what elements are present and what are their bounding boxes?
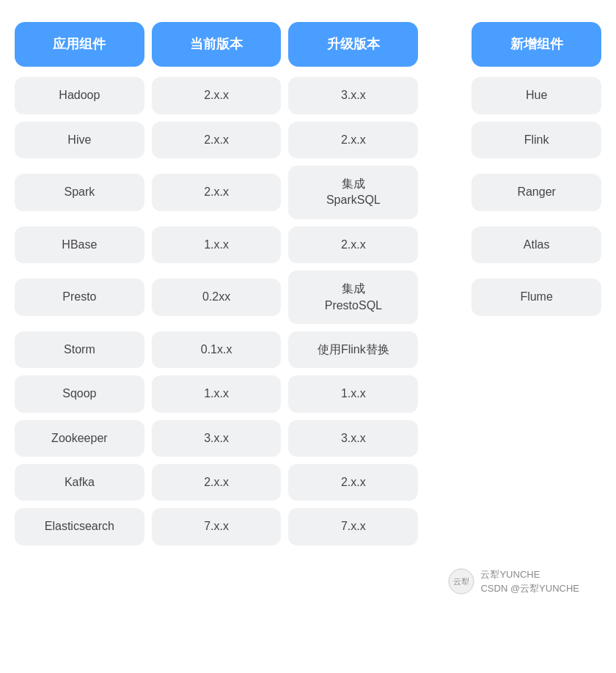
main-table: 应用组件 当前版本 升级版本 新增组件 Hadoop2.x.x3.x.xHueH… [15,22,601,553]
cell-new-component: Flink [472,122,601,158]
cell-upgrade: 集成 PrestoSQL [288,271,418,324]
table-row: HBase1.x.x2.x.xAtlas [15,227,601,263]
cell-app: Elasticsearch [15,508,144,545]
header-spacer [425,34,464,55]
cell-spacer [425,182,464,202]
cell-upgrade: 3.x.x [288,77,418,114]
cell-current: 2.x.x [152,174,282,210]
cell-app: Zookeeper [15,420,144,457]
cell-current: 0.1x.x [152,331,282,368]
cell-current: 1.x.x [152,227,282,263]
cell-spacer [425,384,464,405]
cell-upgrade: 集成 SparkSQL [288,166,418,219]
watermark-line1: 云犁YUNCHE [480,567,579,582]
table-row: Zookeeper3.x.x3.x.x [15,420,601,457]
table-row: Spark2.x.x集成 SparkSQLRanger [15,166,601,219]
cell-upgrade: 2.x.x [288,227,418,263]
cell-new-component [472,384,601,405]
cell-new-component: Flume [472,279,601,315]
cell-current: 3.x.x [152,420,282,457]
cell-spacer [425,130,464,150]
cell-spacer [425,517,464,537]
cell-current: 2.x.x [152,122,282,158]
cell-app: Hadoop [15,77,144,114]
watermark: 云犁 云犁YUNCHE CSDN @云犁YUNCHE [448,567,601,596]
cell-current: 2.x.x [152,77,282,114]
cell-spacer [425,428,464,449]
cell-current: 0.2xx [152,279,282,315]
cell-app: Hive [15,122,144,158]
header-current: 当前版本 [152,22,282,67]
cell-app: Sqoop [15,375,144,412]
cell-new-component: Atlas [472,227,601,263]
cell-current: 2.x.x [152,464,282,501]
table-row: Sqoop1.x.x1.x.x [15,375,601,412]
table-row: Elasticsearch7.x.x7.x.x [15,508,601,545]
header-app: 应用组件 [15,22,144,67]
header-new: 新增组件 [472,22,601,67]
watermark-line2: CSDN @云犁YUNCHE [480,581,579,596]
cell-upgrade: 3.x.x [288,420,418,457]
cell-app: Spark [15,174,144,210]
header-upgrade: 升级版本 [288,22,418,67]
watermark-text-block: 云犁YUNCHE CSDN @云犁YUNCHE [480,567,579,596]
cell-spacer [425,472,464,493]
cell-upgrade: 2.x.x [288,122,418,158]
cell-spacer [425,85,464,106]
cell-app: Kafka [15,464,144,501]
cell-new-component [472,517,601,537]
cell-spacer [425,287,464,308]
cell-new-component: Ranger [472,174,601,210]
cell-spacer [425,339,464,360]
cell-app: Storm [15,331,144,368]
cell-spacer [425,235,464,255]
table-row: Kafka2.x.x2.x.x [15,464,601,501]
cell-upgrade: 使用Flink替换 [288,331,418,368]
table-row: Hadoop2.x.x3.x.xHue [15,77,601,114]
cell-app: HBase [15,227,144,263]
cell-current: 7.x.x [152,508,282,545]
table-row: Presto0.2xx集成 PrestoSQLFlume [15,271,601,324]
watermark-icon: 云犁 [448,568,474,595]
cell-current: 1.x.x [152,375,282,412]
header-row: 应用组件 当前版本 升级版本 新增组件 [15,22,601,67]
cell-app: Presto [15,279,144,315]
cell-new-component [472,428,601,449]
cell-new-component [472,472,601,493]
cell-new-component [472,339,601,360]
cell-new-component: Hue [472,77,601,114]
svg-text:云犁: 云犁 [453,577,469,586]
table-row: Storm0.1x.x使用Flink替换 [15,331,601,368]
table-row: Hive2.x.x2.x.xFlink [15,122,601,158]
cell-upgrade: 2.x.x [288,464,418,501]
cell-upgrade: 7.x.x [288,508,418,545]
cell-upgrade: 1.x.x [288,375,418,412]
